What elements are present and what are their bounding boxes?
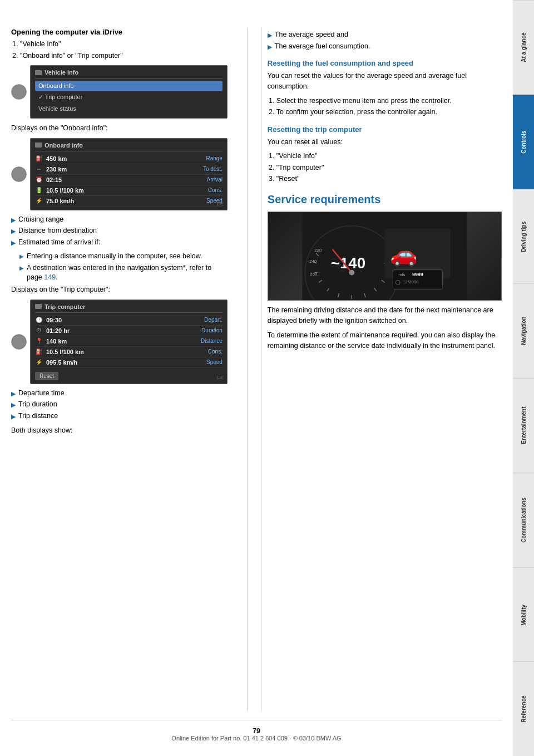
arrow-icon-3: ▶ <box>11 239 16 247</box>
menu-item-vehicle-status[interactable]: Vehicle status <box>35 104 222 114</box>
onboard-info-screen: Onboard info ⛽ 450 km Range ↔ 230 km To … <box>30 138 228 210</box>
trip-lbl-4: Cons. <box>192 348 222 355</box>
sub-arrow-item-2: ▶ A destination was entered in the navig… <box>19 263 228 283</box>
section-heading-3: Resetting the trip computer <box>268 125 502 134</box>
arrow-item-cruising: ▶ Cruising range <box>11 215 228 225</box>
step-1: "Vehicle Info" <box>20 40 228 50</box>
page-link-149[interactable]: 149 <box>44 273 56 281</box>
tab-controls[interactable]: Controls <box>513 95 534 189</box>
onboard-row-1: ⛽ 450 km Range <box>35 154 222 164</box>
screen1-header: Vehicle Info <box>35 69 222 78</box>
screen2-icon <box>35 143 42 148</box>
opening-steps-list: "Vehicle Info" "Onboard info" or "Trip c… <box>11 40 228 61</box>
section2-step-1: Select the respective menu item and pres… <box>276 96 502 106</box>
tab-mobility[interactable]: Mobility <box>513 567 534 662</box>
tab-reference[interactable]: Reference <box>513 661 534 756</box>
step-2: "Onboard info" or "Trip computer" <box>20 51 228 61</box>
screen1-icon <box>35 70 42 75</box>
onboard-val-3: 02:15 <box>46 176 192 183</box>
arrow-icon-4: ▶ <box>11 390 16 398</box>
arrow-item-avg-fuel: ▶ The average fuel consumption. <box>268 42 502 52</box>
tab-navigation[interactable]: Navigation <box>513 283 534 378</box>
service-body-2: To determine the extent of maintenance r… <box>268 330 502 351</box>
svg-text:12/2008: 12/2008 <box>403 279 419 284</box>
displays-on-1: Displays on the "Onboard info": <box>11 123 228 134</box>
tab-driving-tips[interactable]: Driving tips <box>513 189 534 284</box>
section2-body: You can reset the values for the average… <box>268 71 502 92</box>
reset-button[interactable]: Reset <box>35 372 58 380</box>
arrow-item-distance: ▶ Distance from destination <box>11 226 228 236</box>
tab-communications[interactable]: Communications <box>513 473 534 567</box>
page-number: 79 <box>253 727 260 735</box>
onboard-val-4: 10.5 l/100 km <box>46 187 192 194</box>
arrow-icon-7: ▶ <box>268 31 272 40</box>
sub-arrow-list-1: ▶ Entering a distance manually in the co… <box>11 252 228 283</box>
section3-step-2: "Trip computer" <box>276 163 502 173</box>
svg-text:220: 220 <box>314 248 322 253</box>
sub-arrow-icon-1: ▶ <box>19 253 24 261</box>
arrow-item-avg-speed: ▶ The average speed and <box>268 30 502 40</box>
section3-step-3: "Reset" <box>276 174 502 184</box>
svg-point-20 <box>349 269 354 275</box>
trip-val-4: 10.5 l/100 km <box>46 348 192 355</box>
vehicle-info-screen: Vehicle Info Onboard info ✓ Trip compute… <box>30 65 228 119</box>
onboard-row-5: ⚡ 75.0 km/h Speed <box>35 196 222 207</box>
onboard-lbl-2: To dest. <box>192 166 222 172</box>
onboard-val-5: 75.0 km/h <box>46 198 192 204</box>
arrow-list-2: ▶ Departure time ▶ Trip duration ▶ Trip … <box>11 389 228 421</box>
arrow-icon-1: ▶ <box>11 216 16 224</box>
trip-val-1: 09:30 <box>46 317 192 323</box>
svg-text:240: 240 <box>309 259 317 264</box>
onboard-lbl-1: Range <box>192 155 222 161</box>
both-displays-text: Both displays show: <box>11 425 228 436</box>
onboard-lbl-3: Arrival <box>192 176 222 183</box>
section-heading-2: Resetting the fuel consumption and speed <box>268 59 502 67</box>
footer-text: Online Edition for Part no. 01 41 2 604 … <box>171 735 341 742</box>
controller-button-1[interactable] <box>11 84 27 100</box>
screen1-title: Vehicle Info <box>44 69 78 76</box>
screen2-title: Onboard info <box>44 142 83 149</box>
trip-row-5: ⚡ 095.5 km/h Speed <box>35 357 222 368</box>
section3-body: You can reset all values: <box>268 137 502 148</box>
screen3-icon <box>35 304 42 309</box>
trip-val-2: 01:20 hr <box>46 327 192 334</box>
trip-row-3: 📍 140 km Distance <box>35 336 222 347</box>
cons-icon: ⛽ <box>35 348 43 356</box>
duration-icon: ⏱ <box>35 327 43 335</box>
trip-computer-screen-container: Trip computer 🕐 09:30 Depart. ⏱ 01:20 hr… <box>11 300 228 384</box>
arrow-icon-5: ▶ <box>11 401 16 409</box>
arrow-item-departure: ▶ Departure time <box>11 389 228 399</box>
service-body-1: The remaining driving distance and the d… <box>268 305 502 326</box>
menu-item-trip[interactable]: ✓ Trip computer <box>35 92 222 102</box>
onboard-row-4: 🔋 10.5 l/100 km Cons. <box>35 185 222 196</box>
svg-text:260: 260 <box>310 271 318 276</box>
controller-button-2[interactable] <box>11 166 27 182</box>
arrow-item-eta: ▶ Estimated time of arrival if: <box>11 238 228 248</box>
svg-text:🚗: 🚗 <box>390 241 418 267</box>
clock-icon: ⏰ <box>35 176 43 184</box>
trip-row-4: ⛽ 10.5 l/100 km Cons. <box>35 347 222 357</box>
tab-at-a-glance[interactable]: At a glance <box>513 0 534 95</box>
tab-entertainment[interactable]: Entertainment <box>513 378 534 473</box>
onboard-val-2: 230 km <box>46 166 192 173</box>
trip-computer-screen: Trip computer 🕐 09:30 Depart. ⏱ 01:20 hr… <box>30 300 228 384</box>
dist-icon: 📍 <box>35 337 43 345</box>
controller-button-3[interactable] <box>11 334 27 350</box>
screen3-header: Trip computer <box>35 303 222 313</box>
trip-lbl-2: Duration <box>192 327 222 333</box>
left-heading-1: Opening the computer via iDrive <box>11 28 228 36</box>
screen2-header: Onboard info <box>35 142 222 151</box>
arrow-item-duration: ▶ Trip duration <box>11 400 228 410</box>
menu-item-onboard[interactable]: Onboard info <box>35 81 222 91</box>
trip-val-5: 095.5 km/h <box>46 359 192 366</box>
trip-lbl-1: Depart. <box>192 317 222 323</box>
arrow-icon-8: ▶ <box>268 43 272 51</box>
onboard-row-2: ↔ 230 km To dest. <box>35 164 222 175</box>
depart-icon: 🕐 <box>35 316 43 324</box>
trip-val-3: 140 km <box>46 338 192 345</box>
ce-mark-1: CE <box>216 201 224 207</box>
onboard-row-3: ⏰ 02:15 Arrival <box>35 175 222 185</box>
trip-lbl-3: Distance <box>192 338 222 344</box>
svg-text:9999: 9999 <box>412 271 423 277</box>
sub-arrow-item-1: ▶ Entering a distance manually in the co… <box>19 252 228 262</box>
